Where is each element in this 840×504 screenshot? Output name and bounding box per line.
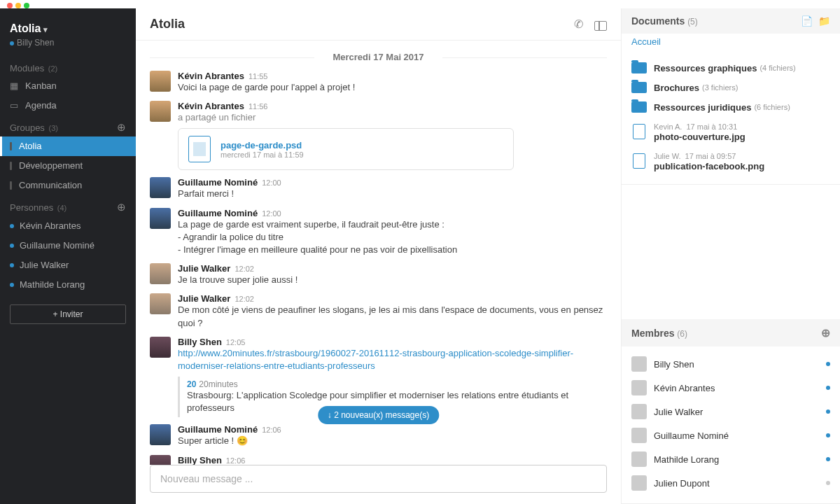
call-icon[interactable]: ✆ <box>574 18 583 30</box>
invite-button[interactable]: + Inviter <box>10 304 126 324</box>
folder-row[interactable]: Ressources juridiques(6 fichiers) <box>631 97 830 117</box>
message-author[interactable]: Kévin Abrantes <box>178 71 244 81</box>
message-input[interactable] <box>150 465 607 493</box>
avatar[interactable] <box>150 337 171 358</box>
file-row[interactable]: Julie W. 17 mai à 09:57publication-faceb… <box>631 146 830 176</box>
add-person-button[interactable]: ⊕ <box>117 201 126 214</box>
message-text: De mon côté je viens de peaufiner les sl… <box>178 304 607 329</box>
message-time: 11:55 <box>248 72 268 80</box>
presence-dot-icon <box>826 433 830 438</box>
message-time: 12:00 <box>262 209 281 218</box>
message-row: Billy Shen12:06Merci pour les slogans Ju… <box>150 455 607 465</box>
window-controls[interactable] <box>0 0 840 8</box>
avatar[interactable] <box>150 177 171 198</box>
right-panel: Documents (5) 📄 📁 Accueil Ressources gra… <box>622 8 840 504</box>
sidebar-person-julie[interactable]: Julie Walker <box>0 255 136 275</box>
sidebar-group-communication[interactable]: Communication <box>0 176 136 195</box>
new-messages-pill[interactable]: ↓ 2 nouveau(x) message(s) <box>318 406 439 424</box>
file-author: Kevin A. 17 mai à 10:31 <box>654 122 737 131</box>
sidebar-section-persons[interactable]: Personnes (4) ⊕ <box>0 195 136 216</box>
documents-breadcrumb[interactable]: Accueil <box>622 34 840 52</box>
message-time: 12:02 <box>234 295 254 303</box>
message-row: Kévin Abrantes11:56a partagé un fichierp… <box>150 101 607 170</box>
avatar <box>631 451 647 467</box>
member-name: Kévin Abrantes <box>654 383 826 393</box>
avatar[interactable] <box>150 71 171 92</box>
member-row[interactable]: Billy Shen <box>631 352 830 376</box>
folder-meta: (3 fichiers) <box>702 83 738 92</box>
workspace-switcher[interactable]: Atolia▾ <box>0 15 136 38</box>
message-text: La page de garde est vraiment superbe, i… <box>178 218 607 231</box>
folder-row[interactable]: Brochures(3 fichiers) <box>631 78 830 97</box>
presence-dot-icon <box>10 224 14 228</box>
message-row: Kévin Abrantes11:55Voici la page de gard… <box>150 71 607 94</box>
sidebar-section-groups[interactable]: Groupes (3) ⊕ <box>0 115 136 136</box>
documents-header[interactable]: Documents (5) 📄 📁 <box>622 8 840 34</box>
message-link[interactable]: http://www.20minutes.fr/strasbourg/19600… <box>178 348 573 371</box>
member-row[interactable]: Julie Walker <box>631 400 830 424</box>
add-member-button[interactable]: ⊕ <box>821 326 830 340</box>
add-folder-icon[interactable]: 📁 <box>818 15 830 27</box>
date-separator: Mercredi 17 Mai 2017 <box>150 52 607 62</box>
file-row[interactable]: Kevin A. 17 mai à 10:31photo-couverture.… <box>631 117 830 146</box>
message-author[interactable]: Guillaume Nominé <box>178 208 258 218</box>
sidebar-group-developpement[interactable]: Développement <box>0 156 136 176</box>
sidebar-group-atolia[interactable]: Atolia <box>0 136 136 156</box>
folder-row[interactable]: Ressources graphiques(4 fichiers) <box>631 58 830 78</box>
member-row[interactable]: Guillaume Nominé <box>631 424 830 447</box>
message-author[interactable]: Kévin Abrantes <box>178 101 244 111</box>
folder-meta: (4 fichiers) <box>760 64 795 72</box>
avatar[interactable] <box>150 424 171 445</box>
avatar <box>631 428 647 443</box>
sidebar-item-agenda[interactable]: ▭Agenda <box>0 96 136 115</box>
message-author[interactable]: Billy Shen <box>178 337 222 347</box>
add-group-button[interactable]: ⊕ <box>117 121 126 134</box>
avatar[interactable] <box>150 208 171 229</box>
message-row: Guillaume Nominé12:00La page de garde es… <box>150 208 607 257</box>
message-time: 11:56 <box>248 102 268 111</box>
presence-dot-icon <box>10 283 14 287</box>
file-icon <box>633 124 645 139</box>
file-icon <box>188 136 211 162</box>
avatar[interactable] <box>150 293 171 314</box>
file-attachment[interactable]: page-de-garde.psdmercredi 17 mai à 11:59 <box>178 128 514 170</box>
file-name: page-de-garde.psd <box>220 140 304 150</box>
message-text: Super article ! 😊 <box>178 435 607 447</box>
member-row[interactable]: Julien Dupont <box>631 471 830 495</box>
sidebar-item-kanban[interactable]: ▦Kanban <box>0 76 136 96</box>
current-user[interactable]: Billy Shen <box>0 38 136 57</box>
favicon-icon: 20 <box>187 379 196 389</box>
presence-dot-icon <box>826 457 830 461</box>
member-row[interactable]: Mathilde Lorang <box>631 447 830 471</box>
member-row[interactable]: Kévin Abrantes <box>631 376 830 400</box>
sidebar-person-mathilde[interactable]: Mathilde Lorang <box>0 275 136 295</box>
avatar[interactable] <box>150 101 171 122</box>
toggle-panel-icon[interactable] <box>594 21 607 31</box>
message-author[interactable]: Guillaume Nominé <box>178 424 258 435</box>
sidebar-section-modules[interactable]: Modules (2) <box>0 57 136 76</box>
members-header[interactable]: Membres (6) ⊕ <box>622 319 840 346</box>
avatar <box>631 380 647 396</box>
avatar[interactable] <box>150 455 171 465</box>
message-author[interactable]: Guillaume Nominé <box>178 177 258 188</box>
messages-scroll[interactable]: Mercredi 17 Mai 2017Kévin Abrantes11:55V… <box>136 41 621 465</box>
message-time: 12:06 <box>262 426 281 434</box>
sidebar-person-guillaume[interactable]: Guillaume Nominé <box>0 236 136 255</box>
member-name: Mathilde Lorang <box>654 454 826 465</box>
presence-dot-icon <box>826 386 830 390</box>
message-author[interactable]: Julie Walker <box>178 263 230 274</box>
channel-bar-icon <box>10 181 12 190</box>
channel-header: Atolia ✆ <box>136 8 621 41</box>
member-name: Julie Walker <box>654 407 826 417</box>
sidebar-person-kevin[interactable]: Kévin Abrantes <box>0 216 136 236</box>
add-file-icon[interactable]: 📄 <box>801 15 813 27</box>
message-author[interactable]: Billy Shen <box>178 455 222 465</box>
file-date: mercredi 17 mai à 11:59 <box>220 150 304 159</box>
file-name: photo-couverture.jpg <box>654 132 830 142</box>
message-author[interactable]: Julie Walker <box>178 293 230 304</box>
message-row: Guillaume Nominé12:00Parfait merci ! <box>150 177 607 200</box>
composer <box>136 465 621 504</box>
message-time: 12:02 <box>234 265 254 273</box>
file-name: publication-facebook.png <box>654 161 830 172</box>
avatar[interactable] <box>150 263 171 284</box>
